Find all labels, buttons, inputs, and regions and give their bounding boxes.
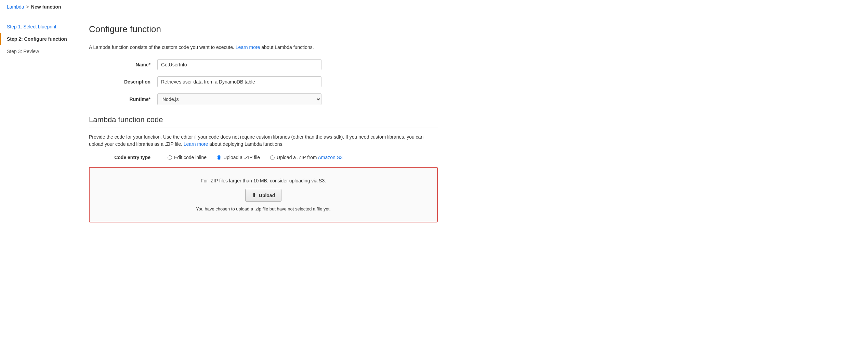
runtime-row: Runtime* Node.js Python 2.7 Python 3.6 J… bbox=[89, 93, 438, 105]
description-label: Description bbox=[89, 79, 157, 85]
sidebar: Step 1: Select blueprint Step 2: Configu… bbox=[0, 14, 75, 346]
breadcrumb-new-function: New function bbox=[31, 4, 61, 10]
code-section-title: Lambda function code bbox=[89, 115, 438, 124]
name-label: Name* bbox=[89, 62, 157, 67]
code-entry-label: Code entry type bbox=[89, 155, 157, 160]
description-input[interactable] bbox=[157, 76, 321, 87]
learn-more-link-1[interactable]: Learn more bbox=[236, 44, 260, 50]
configure-description: A Lambda function consists of the custom… bbox=[89, 44, 438, 51]
runtime-select[interactable]: Node.js Python 2.7 Python 3.6 Java 8 C# … bbox=[157, 93, 321, 105]
upload-icon: ⬆ bbox=[252, 192, 256, 198]
upload-button-label: Upload bbox=[259, 193, 275, 198]
lambda-code-section: Lambda function code Provide the code fo… bbox=[89, 115, 438, 222]
code-section-description: Provide the code for your function. Use … bbox=[89, 133, 438, 148]
section-divider-1 bbox=[89, 38, 438, 38]
radio-edit-inline-label: Edit code inline bbox=[174, 155, 207, 160]
breadcrumb-lambda-link[interactable]: Lambda bbox=[7, 4, 24, 10]
radio-upload-zip-label: Upload a .ZIP file bbox=[223, 155, 260, 160]
radio-upload-s3-label: Upload a .ZIP from Amazon S3 bbox=[277, 155, 343, 160]
upload-error-text: You have chosen to upload a .zip file bu… bbox=[96, 206, 430, 211]
section-divider-2 bbox=[89, 128, 438, 128]
main-content: Configure function A Lambda function con… bbox=[75, 14, 451, 346]
sidebar-item-step1[interactable]: Step 1: Select blueprint bbox=[0, 21, 75, 33]
sidebar-item-step3[interactable]: Step 3: Review bbox=[0, 45, 75, 57]
description-row: Description bbox=[89, 76, 438, 87]
upload-button[interactable]: ⬆ Upload bbox=[245, 189, 281, 202]
breadcrumb: Lambda > New function bbox=[0, 0, 868, 14]
runtime-label: Runtime* bbox=[89, 97, 157, 102]
radio-upload-zip-input[interactable] bbox=[217, 155, 221, 160]
radio-upload-zip[interactable]: Upload a .ZIP file bbox=[217, 155, 260, 160]
radio-upload-s3-input[interactable] bbox=[270, 155, 275, 160]
radio-edit-inline[interactable]: Edit code inline bbox=[168, 155, 207, 160]
radio-upload-s3[interactable]: Upload a .ZIP from Amazon S3 bbox=[270, 155, 343, 160]
learn-more-link-2[interactable]: Learn more bbox=[184, 141, 208, 147]
breadcrumb-separator: > bbox=[26, 4, 29, 10]
radio-edit-inline-input[interactable] bbox=[168, 155, 172, 160]
code-entry-row: Code entry type Edit code inline Upload … bbox=[89, 155, 438, 160]
name-input[interactable] bbox=[157, 59, 321, 70]
sidebar-item-step2[interactable]: Step 2: Configure function bbox=[0, 33, 75, 45]
code-entry-options: Edit code inline Upload a .ZIP file Uplo… bbox=[168, 155, 343, 160]
upload-hint: For .ZIP files larger than 10 MB, consid… bbox=[96, 178, 430, 183]
upload-box: For .ZIP files larger than 10 MB, consid… bbox=[89, 167, 438, 222]
name-row: Name* bbox=[89, 59, 438, 70]
configure-title: Configure function bbox=[89, 24, 438, 35]
amazon-s3-link[interactable]: Amazon S3 bbox=[318, 155, 342, 160]
